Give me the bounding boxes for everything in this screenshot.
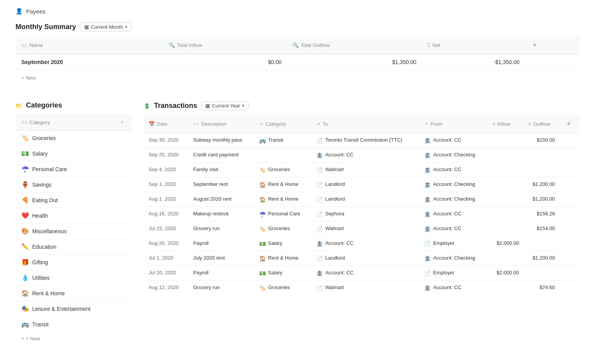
summary-col-name: 𝙰𝙰 Name (16, 36, 163, 54)
trans-inflow (488, 148, 524, 163)
category-item[interactable]: 🍕 Eating Out (16, 192, 132, 208)
trans-extra (560, 163, 580, 177)
cat-icon: 💵 (259, 270, 266, 276)
summary-row[interactable]: September 2020 $0.00 $1,350.00 -$1,350.0… (16, 54, 580, 70)
transaction-row[interactable]: Jul 20, 2020 Payroll 💵Salary 🏦Account: C… (144, 266, 580, 281)
category-item[interactable]: 🎭 Leisure & Entertainment (16, 301, 132, 317)
category-item[interactable]: 🏺 Savings (16, 177, 132, 192)
transactions-filter[interactable]: ▦ Current Year ▾ (201, 101, 249, 110)
category-row[interactable]: ❤️ Health (16, 208, 132, 224)
transactions-title: Transactions (154, 102, 197, 110)
category-icon: 🏺 (21, 181, 29, 188)
monthly-summary-filter-label: Current Month (91, 24, 123, 30)
category-item[interactable]: 🎨 Miscellaneous (16, 224, 132, 239)
category-row[interactable]: 🏠 Rent & Home (16, 286, 132, 301)
cat-icon: 🏷️ (259, 285, 266, 291)
trans-outflow: $1,200.00 (524, 251, 560, 266)
category-row[interactable]: ☂️ Personal Care (16, 161, 132, 177)
transaction-row[interactable]: Sep 25, 2020 Credit card payment 🏦Accoun… (144, 148, 580, 163)
monthly-summary-filter[interactable]: ▦ Current Month ▾ (80, 23, 132, 31)
category-row[interactable]: 💧 Utilities (16, 270, 132, 286)
transaction-row[interactable]: Sep 4, 2020 Family visit 🏷️Groceries 📄Wa… (144, 163, 580, 177)
category-item[interactable]: 🎁 Gifting (16, 255, 132, 270)
category-name: Miscellaneous (32, 228, 67, 234)
text-icon: 𝙰𝙰 (21, 43, 28, 48)
trans-extra (560, 222, 580, 236)
category-name: Groceries (32, 135, 56, 141)
trans-from-cell: 📄Employer (419, 236, 488, 251)
trans-to-cell: 📄Landlord (312, 251, 419, 266)
trans-outflow: $154.00 (524, 222, 560, 236)
transaction-row[interactable]: Aug 20, 2020 Payroll 💵Salary 🏦Account: C… (144, 236, 580, 251)
category-name: Rent & Home (32, 290, 65, 296)
main-layout: 📁 Categories 𝙰𝙰 Category + (0, 97, 596, 346)
new-category-row[interactable]: + + New + New (16, 332, 132, 346)
category-item[interactable]: ☂️ Personal Care (16, 161, 132, 177)
trans-from: Employer (433, 270, 454, 276)
trans-description: Credit card payment (189, 148, 255, 163)
category-row[interactable]: 🎭 Leisure & Entertainment (16, 301, 132, 317)
trans-outflow: $150.00 (524, 133, 560, 148)
trans-to-cell: 📄Walmart (312, 281, 419, 295)
trans-inflow (488, 192, 524, 207)
trans-col-add[interactable]: + (560, 115, 580, 133)
category-item[interactable]: 💵 Salary (16, 146, 132, 161)
category-name: Transit (32, 321, 49, 328)
to-icon: 📄 (316, 285, 323, 291)
to-icon: 🏦 (316, 241, 323, 247)
trans-category-cell: 🏠Rent & Home (255, 177, 312, 192)
category-item[interactable]: 🏠 Rent & Home (16, 286, 132, 301)
trans-date: Sep 4, 2020 (144, 163, 189, 177)
trans-extra (560, 236, 580, 251)
cat-icon: 🏠 (259, 182, 266, 188)
hash-icon-inflow: # (492, 121, 495, 127)
trans-to: Walmart (325, 166, 344, 172)
cat-icon: 🏷️ (259, 226, 266, 232)
add-category-button[interactable]: + (118, 118, 126, 126)
category-row[interactable]: ✏️ Education (16, 239, 132, 255)
summary-col-add[interactable]: + (525, 36, 580, 54)
transaction-row[interactable]: Sep 1, 2020 September rent 🏠Rent & Home … (144, 177, 580, 192)
category-row[interactable]: 🍕 Eating Out (16, 192, 132, 208)
category-item[interactable]: ✏️ Education (16, 239, 132, 255)
categories-title: Categories (26, 101, 62, 109)
category-item[interactable]: 🚌 Transit (16, 317, 132, 332)
transaction-row[interactable]: Sep 30, 2020 Subway monthly pass 🚌Transi… (144, 133, 580, 148)
transaction-row[interactable]: Jul 1, 2020 July 2020 rent 🏠Rent & Home … (144, 251, 580, 266)
to-icon: 📄 (316, 167, 323, 173)
new-label[interactable]: + New (16, 70, 580, 86)
category-row[interactable]: 💵 Salary (16, 146, 132, 161)
trans-category-cell: ☂️Personal Care (255, 207, 312, 222)
category-icon: 🏷️ (21, 134, 29, 142)
category-row[interactable]: 🚌 Transit (16, 317, 132, 332)
category-name: Gifting (32, 259, 48, 265)
to-icon: 📄 (316, 182, 323, 188)
arrow-icon-from: ↗ (424, 121, 428, 127)
trans-inflow (488, 222, 524, 236)
add-column-button[interactable]: + (530, 40, 539, 50)
categories-title-row: 📁 Categories (16, 97, 132, 109)
transaction-row[interactable]: Jul 23, 2020 Grocery run 🏷️Groceries 📄Wa… (144, 222, 580, 236)
trans-from: Account: Checking (433, 196, 475, 202)
trans-to: Account: CC (325, 240, 353, 246)
transaction-row[interactable]: Aug 1, 2020 August 2020 rent 🏠Rent & Hom… (144, 192, 580, 207)
trans-inflow (488, 133, 524, 148)
summary-new-row[interactable]: + New (16, 70, 580, 86)
trans-from-cell: 📄Employer (419, 266, 488, 281)
trans-date: Aug 1, 2020 (144, 192, 189, 207)
category-row[interactable]: 🏷️ Groceries (16, 130, 132, 146)
category-row[interactable]: 🏺 Savings (16, 177, 132, 192)
category-item[interactable]: 💧 Utilities (16, 270, 132, 286)
transaction-row[interactable]: Aug 12, 2020 Grocery run 🏷️Groceries 📄Wa… (144, 281, 580, 295)
category-row[interactable]: 🎨 Miscellaneous (16, 224, 132, 239)
transaction-row[interactable]: Aug 16, 2020 Makeup restock ☂️Personal C… (144, 207, 580, 222)
category-item[interactable]: 🏷️ Groceries (16, 130, 132, 146)
category-item[interactable]: ❤️ Health (16, 208, 132, 224)
summary-col-inflow: 🔍 Total Inflow (163, 36, 287, 54)
trans-from: Account: Checking (433, 181, 475, 187)
trans-to-cell: 📄Walmart (312, 222, 419, 236)
category-row[interactable]: 🎁 Gifting (16, 255, 132, 270)
trans-from: Account: Checking (433, 255, 475, 261)
add-trans-column-button[interactable]: + (564, 119, 573, 129)
trans-date: Jul 20, 2020 (144, 266, 189, 281)
